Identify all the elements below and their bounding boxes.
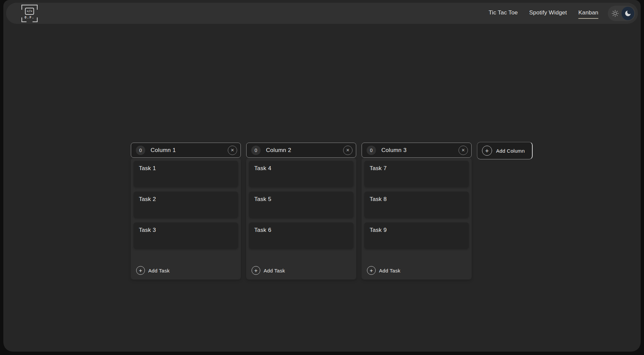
plus-icon: + bbox=[136, 266, 145, 275]
task-card[interactable]: Task 5 bbox=[249, 192, 354, 218]
column-body: Task 7Task 8Task 9 + Add Task bbox=[362, 158, 472, 280]
nav-item-kanban[interactable]: Kanban bbox=[578, 8, 598, 19]
add-task-button[interactable]: + Add Task bbox=[133, 265, 238, 276]
plus-icon: + bbox=[252, 266, 260, 275]
sun-icon[interactable] bbox=[609, 7, 622, 20]
close-icon: ✕ bbox=[346, 148, 350, 153]
task-list: Task 4Task 5Task 6 bbox=[249, 161, 354, 253]
task-card[interactable]: Task 8 bbox=[364, 192, 469, 218]
close-icon: ✕ bbox=[231, 148, 234, 153]
moon-icon[interactable] bbox=[622, 7, 634, 20]
top-nav-bar: </> O.F. Tic Tac Toe Spotify Widget Kanb… bbox=[6, 3, 638, 24]
app-window: </> O.F. Tic Tac Toe Spotify Widget Kanb… bbox=[3, 0, 641, 352]
column-body: Task 4Task 5Task 6 + Add Task bbox=[246, 158, 356, 280]
code-icon: </> bbox=[25, 8, 34, 15]
column-body: Task 1Task 2Task 3 + Add Task bbox=[131, 158, 241, 280]
close-icon: ✕ bbox=[462, 148, 465, 153]
plus-icon: + bbox=[367, 266, 376, 275]
kanban-column: 0 Column 3 ✕ Task 7Task 8Task 9 + Add Ta… bbox=[362, 143, 472, 280]
close-column-button[interactable]: ✕ bbox=[228, 146, 237, 155]
add-task-label: Add Task bbox=[379, 268, 400, 273]
plus-icon: + bbox=[482, 146, 492, 156]
kanban-board: 0 Column 1 ✕ Task 1Task 2Task 3 + Add Ta… bbox=[131, 143, 533, 280]
nav-item-spotify-widget[interactable]: Spotify Widget bbox=[529, 8, 567, 19]
add-task-button[interactable]: + Add Task bbox=[364, 265, 469, 276]
task-list: Task 1Task 2Task 3 bbox=[133, 161, 238, 253]
logo-initials: O.F. bbox=[24, 16, 35, 19]
close-column-button[interactable]: ✕ bbox=[343, 146, 353, 155]
add-column-label: Add Column bbox=[496, 148, 525, 154]
kanban-column: 0 Column 1 ✕ Task 1Task 2Task 3 + Add Ta… bbox=[131, 143, 241, 280]
task-card[interactable]: Task 1 bbox=[133, 161, 238, 187]
task-card[interactable]: Task 7 bbox=[364, 161, 469, 187]
column-header: 0 Column 2 ✕ bbox=[246, 143, 356, 158]
close-column-button[interactable]: ✕ bbox=[459, 146, 468, 155]
column-header: 0 Column 3 ✕ bbox=[362, 143, 472, 158]
theme-toggle[interactable] bbox=[608, 6, 635, 21]
task-count-badge: 0 bbox=[367, 146, 376, 155]
task-card[interactable]: Task 3 bbox=[133, 222, 238, 249]
column-header: 0 Column 1 ✕ bbox=[131, 143, 241, 158]
task-count-badge: 0 bbox=[136, 146, 145, 155]
kanban-column: 0 Column 2 ✕ Task 4Task 5Task 6 + Add Ta… bbox=[246, 143, 356, 280]
task-count-badge: 0 bbox=[251, 146, 261, 155]
nav-item-tic-tac-toe[interactable]: Tic Tac Toe bbox=[489, 8, 518, 19]
column-title: Column 3 bbox=[381, 147, 407, 154]
add-task-button[interactable]: + Add Task bbox=[249, 265, 354, 276]
add-task-label: Add Task bbox=[148, 268, 170, 273]
task-card[interactable]: Task 2 bbox=[133, 192, 238, 218]
add-column-button[interactable]: + Add Column bbox=[477, 142, 533, 159]
main-nav: Tic Tac Toe Spotify Widget Kanban bbox=[489, 8, 598, 19]
task-list: Task 7Task 8Task 9 bbox=[364, 161, 469, 253]
app-logo[interactable]: </> O.F. bbox=[21, 5, 38, 22]
add-task-label: Add Task bbox=[264, 268, 285, 273]
column-title: Column 1 bbox=[151, 147, 176, 154]
logo-frame bbox=[21, 5, 38, 5]
task-card[interactable]: Task 6 bbox=[249, 222, 354, 249]
column-title: Column 2 bbox=[266, 147, 291, 154]
task-card[interactable]: Task 4 bbox=[249, 161, 354, 187]
task-card[interactable]: Task 9 bbox=[364, 222, 469, 249]
